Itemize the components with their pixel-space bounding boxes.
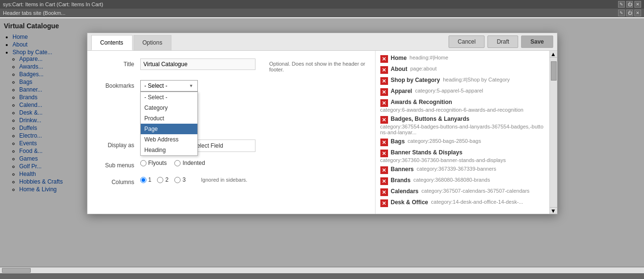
- scrollbar-down-arrow[interactable]: ▼: [550, 207, 557, 214]
- scrollbar-up-arrow[interactable]: ▲: [550, 51, 557, 58]
- bookmarks-label: Bookmarks: [97, 80, 140, 89]
- bookmark-item-bags: ✕ Bags category:2850-bags-2850-bags: [380, 138, 545, 146]
- flyouts-radio-input[interactable]: [140, 160, 146, 166]
- bookmark-item-shop: ✕ Shop by Category heading:#|Shop by Cat…: [380, 77, 545, 85]
- bookmarks-select-button[interactable]: - Select -: [140, 80, 198, 92]
- form-panel: Title Optional. Does not show in the hea…: [87, 51, 376, 214]
- edit-icon-2[interactable]: ✎: [618, 10, 625, 16]
- col-1-radio-input[interactable]: [140, 177, 146, 183]
- bookmark-path-bannerstandsdisplays: category:367360-367360-banner-stands-and…: [380, 157, 506, 163]
- horizontal-scrollbar[interactable]: [0, 267, 644, 273]
- bookmark-path-bags: category:2850-bags-2850-bags: [408, 138, 481, 144]
- bookmark-panel: ✕ Home heading:#|Home ✕ About page:about…: [376, 51, 549, 214]
- indented-radio[interactable]: Indented: [174, 160, 205, 166]
- dropdown-item-category[interactable]: Category: [141, 103, 197, 113]
- bookmarks-control: - Select - - Select - Category Product P…: [140, 80, 365, 92]
- close-icon-2[interactable]: ✕: [634, 10, 641, 16]
- title-label: Title: [97, 58, 140, 68]
- bookmark-remove-brands[interactable]: ✕: [380, 177, 388, 185]
- top-frame-label-1: sys:Cart: Items in Cart (Cart: Items In …: [3, 1, 103, 7]
- bookmark-path-banners: category:367339-367339-banners: [417, 166, 497, 172]
- bookmark-path-badges: category:367554-badges-buttons-and-lanya…: [380, 124, 545, 135]
- columns-row: Columns 1 2: [97, 176, 365, 186]
- cancel-button[interactable]: Cancel: [449, 35, 485, 48]
- power-icon-2[interactable]: ⏻: [626, 10, 633, 16]
- columns-hint: Ignored in sidebars.: [201, 177, 248, 183]
- edit-icon-1[interactable]: ✎: [618, 1, 625, 8]
- col-1-label: 1: [148, 176, 152, 183]
- top-frame-bar-1: sys:Cart: Items in Cart (Cart: Items In …: [0, 0, 644, 9]
- bookmark-remove-badges[interactable]: ✕: [380, 116, 388, 124]
- bookmark-name-deskoffice: Desk & Office: [391, 199, 428, 206]
- columns-control: 1 2 3 Ignored in sidebars: [140, 176, 365, 183]
- scrollbar-thumb-h[interactable]: [2, 268, 31, 273]
- scrollbar-track-v: [550, 58, 557, 207]
- bookmark-name-shop: Shop by Category: [391, 77, 440, 83]
- col-1-radio[interactable]: 1: [140, 176, 152, 183]
- submenus-radio-group: Flyouts Indented: [140, 160, 365, 166]
- bookmark-path-about: page:about: [410, 66, 437, 71]
- draft-button[interactable]: Draft: [487, 35, 518, 48]
- title-input[interactable]: [140, 58, 255, 70]
- title-control: [140, 58, 264, 70]
- bookmark-remove-calendars[interactable]: ✕: [380, 188, 388, 196]
- indented-label: Indented: [182, 160, 205, 166]
- bookmark-item-about: ✕ About page:about: [380, 66, 545, 74]
- tab-options[interactable]: Options: [134, 35, 171, 50]
- col-2-radio[interactable]: 2: [157, 176, 169, 183]
- dropdown-item-heading[interactable]: Heading: [141, 145, 197, 155]
- dropdown-item-webaddress[interactable]: Web Address: [141, 134, 197, 145]
- bookmark-name-awards: Awards & Recognition: [391, 99, 452, 105]
- bookmark-name-banners: Banners: [391, 166, 414, 173]
- title-row: Title Optional. Does not show in the hea…: [97, 58, 365, 72]
- bookmark-name-home: Home: [391, 55, 407, 61]
- second-frame-label: Header tabs site (Bookm...: [3, 10, 65, 16]
- bookmark-name-bannerstandsdisplays: Banner Stands & Displays: [391, 149, 462, 156]
- bookmark-item-badges: ✕ Badges, Buttons & Lanyards category:36…: [380, 116, 545, 135]
- bookmark-remove-deskoffice[interactable]: ✕: [380, 199, 388, 207]
- dropdown-item-page[interactable]: Page: [141, 124, 197, 134]
- bookmark-remove-shop[interactable]: ✕: [380, 77, 388, 85]
- bookmark-item-deskoffice: ✕ Desk & Office category:14-desk-and-off…: [380, 199, 545, 207]
- scrollbar-thumb-v[interactable]: [551, 61, 557, 81]
- col-2-radio-input[interactable]: [157, 177, 163, 183]
- save-button[interactable]: Save: [521, 35, 553, 48]
- bookmark-remove-bags[interactable]: ✕: [380, 139, 388, 146]
- dropdown-item-select[interactable]: - Select -: [141, 92, 197, 103]
- bookmarks-row: Bookmarks - Select - - Select - Category: [97, 80, 365, 92]
- tab-contents[interactable]: Contents: [91, 35, 133, 50]
- bookmark-remove-about[interactable]: ✕: [380, 66, 388, 74]
- bookmark-name-about: About: [391, 66, 408, 72]
- bookmark-name-apparel: Apparel: [391, 88, 413, 94]
- bookmark-path-awards: category:6-awards-and-recognition-6-awar…: [380, 107, 523, 113]
- power-icon-1[interactable]: ⏻: [626, 1, 633, 8]
- select-current-value: - Select -: [145, 82, 168, 89]
- col-3-radio-input[interactable]: [174, 177, 181, 183]
- bookmark-remove-awards[interactable]: ✕: [380, 99, 388, 107]
- modal-actions: Cancel Draft Save: [449, 34, 553, 50]
- col-3-radio[interactable]: 3: [174, 176, 186, 183]
- bookmark-name-brands: Brands: [391, 177, 411, 184]
- bookmark-name-bags: Bags: [391, 138, 405, 145]
- top-frame-controls-1: ✎ ⏻ ✕: [618, 1, 641, 8]
- bookmark-remove-bannerstandsdisplays[interactable]: ✕: [380, 150, 388, 157]
- second-frame-controls: ✎ ⏻ ✕: [618, 10, 641, 16]
- close-icon-1[interactable]: ✕: [634, 1, 641, 8]
- columns-radio-group: 1 2 3 Ignored in sidebars: [140, 176, 365, 183]
- bookmark-item-apparel: ✕ Apparel category:5-apparel-5-apparel: [380, 88, 545, 96]
- vertical-scrollbar[interactable]: ▲ ▼: [549, 51, 557, 214]
- bookmark-remove-banners[interactable]: ✕: [380, 166, 388, 174]
- flyouts-radio[interactable]: Flyouts: [140, 160, 167, 166]
- dropdown-item-product[interactable]: Product: [141, 113, 197, 124]
- bookmark-remove-home[interactable]: ✕: [380, 55, 388, 63]
- col-3-label: 3: [182, 176, 186, 183]
- columns-label: Columns: [97, 176, 140, 186]
- modal-body: Title Optional. Does not show in the hea…: [87, 51, 557, 214]
- bookmark-path-shop: heading:#|Shop by Category: [443, 77, 510, 82]
- submenus-control: Flyouts Indented: [140, 160, 365, 166]
- bookmark-path-deskoffice: category:14-desk-and-office-14-desk-...: [431, 199, 523, 205]
- indented-radio-input[interactable]: [174, 160, 181, 166]
- bookmark-remove-apparel[interactable]: ✕: [380, 88, 388, 96]
- flyouts-label: Flyouts: [148, 160, 167, 166]
- title-hint: Optional. Does not show in the header or…: [269, 58, 365, 72]
